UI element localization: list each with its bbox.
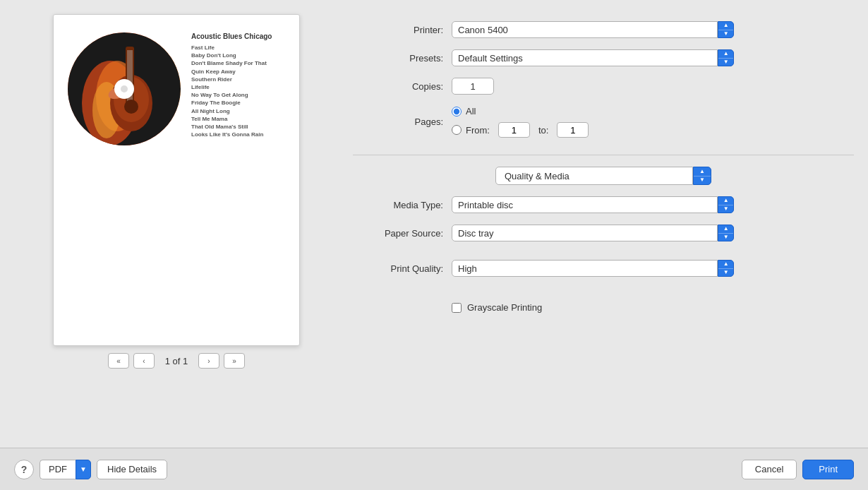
paper-source-select[interactable]: Disc tray	[452, 225, 718, 241]
cd-artwork	[68, 32, 181, 145]
pages-from-input[interactable]	[498, 122, 530, 138]
pdf-button-group: PDF ▼	[40, 460, 91, 479]
paper-source-label: Paper Source:	[353, 228, 452, 239]
print-quality-stepper[interactable]: ▲ ▼	[718, 260, 734, 277]
pages-from-label: From:	[466, 125, 490, 136]
panel-stepper-down[interactable]: ▼	[694, 177, 711, 185]
album-title: Acoustic Blues Chicago	[191, 32, 272, 40]
printer-stepper[interactable]: ▲ ▼	[718, 21, 734, 38]
panel-select[interactable]: Quality & Media	[495, 167, 693, 185]
print-preview: Acoustic Blues Chicago Fast Life Baby Do…	[53, 14, 300, 346]
settings-panel: Printer: Canon 5400 ▲ ▼ Presets:	[353, 14, 854, 434]
presets-row: Presets: Default Settings ▲ ▼	[353, 49, 854, 66]
print-quality-row: Print Quality: High ▲ ▼	[353, 260, 854, 277]
next-page-button[interactable]: ›	[198, 353, 219, 369]
page-controls: « ‹ 1 of 1 › »	[108, 353, 245, 369]
pages-from-radio[interactable]	[452, 125, 462, 135]
paper-source-stepper-down[interactable]: ▼	[718, 234, 733, 241]
printer-select[interactable]: Canon 5400	[452, 21, 718, 38]
presets-stepper[interactable]: ▲ ▼	[718, 49, 734, 66]
media-type-label: Media Type:	[353, 200, 452, 210]
page-indicator: 1 of 1	[159, 356, 194, 366]
media-type-stepper[interactable]: ▲ ▼	[718, 196, 734, 213]
paper-source-control: Disc tray ▲ ▼	[452, 225, 734, 241]
printer-control: Canon 5400 ▲ ▼	[452, 21, 734, 38]
svg-point-14	[121, 85, 128, 92]
album-info: Acoustic Blues Chicago Fast Life Baby Do…	[191, 32, 272, 138]
grayscale-label: Grayscale Printing	[467, 302, 542, 313]
printer-label: Printer:	[353, 25, 452, 35]
print-quality-stepper-down[interactable]: ▼	[718, 269, 733, 277]
media-type-select[interactable]: Printable disc	[452, 196, 718, 213]
presets-stepper-up[interactable]: ▲	[718, 50, 733, 59]
printer-stepper-up[interactable]: ▲	[718, 22, 733, 30]
print-quality-label: Print Quality:	[353, 263, 452, 274]
help-button[interactable]: ?	[14, 460, 34, 479]
presets-control: Default Settings ▲ ▼	[452, 49, 734, 66]
print-quality-stepper-up[interactable]: ▲	[718, 261, 733, 269]
copies-input[interactable]: 1	[452, 78, 494, 95]
svg-point-11	[124, 100, 138, 114]
presets-label: Presets:	[353, 53, 452, 64]
panel-stepper-up[interactable]: ▲	[694, 167, 711, 177]
grayscale-row: Grayscale Printing	[353, 302, 854, 313]
pages-from-line: From: to:	[452, 122, 734, 138]
media-type-row: Media Type: Printable disc ▲ ▼	[353, 196, 854, 213]
printer-stepper-down[interactable]: ▼	[718, 30, 733, 38]
print-quality-control: High ▲ ▼	[452, 260, 734, 277]
pages-control: All From: to:	[452, 106, 734, 138]
last-page-button[interactable]: »	[224, 353, 245, 369]
copies-control: 1	[452, 78, 734, 95]
media-type-stepper-down[interactable]: ▼	[718, 205, 733, 213]
panel-stepper[interactable]: ▲ ▼	[693, 167, 711, 185]
copies-label: Copies:	[353, 81, 452, 92]
media-type-stepper-up[interactable]: ▲	[718, 197, 733, 205]
divider	[353, 155, 854, 155]
paper-source-row: Paper Source: Disc tray ▲ ▼	[353, 225, 854, 241]
first-page-button[interactable]: «	[108, 353, 129, 369]
pages-all-line: All	[452, 106, 734, 116]
print-button[interactable]: Print	[802, 460, 854, 479]
pdf-dropdown-arrow[interactable]: ▼	[76, 460, 91, 479]
presets-select[interactable]: Default Settings	[452, 49, 718, 66]
grayscale-checkbox[interactable]	[452, 303, 462, 313]
paper-source-stepper-up[interactable]: ▲	[718, 225, 733, 234]
presets-stepper-down[interactable]: ▼	[718, 59, 733, 66]
bottom-bar: ? PDF ▼ Hide Details Cancel Print	[0, 448, 868, 490]
copies-row: Copies: 1	[353, 78, 854, 95]
pages-all-label: All	[466, 106, 476, 116]
printer-row: Printer: Canon 5400 ▲ ▼	[353, 21, 854, 38]
media-type-control: Printable disc ▲ ▼	[452, 196, 734, 213]
preview-panel: Acoustic Blues Chicago Fast Life Baby Do…	[14, 14, 339, 434]
pages-all-radio[interactable]	[452, 107, 462, 116]
pages-row: Pages: All From: to:	[353, 106, 854, 138]
prev-page-button[interactable]: ‹	[133, 353, 155, 369]
pages-label: Pages:	[353, 116, 452, 127]
print-quality-select[interactable]: High	[452, 260, 718, 277]
track-list: Fast Life Baby Don't Long Don't Blame Sh…	[191, 44, 272, 138]
pages-to-label: to:	[538, 125, 548, 136]
pdf-button[interactable]: PDF	[40, 460, 76, 479]
paper-source-stepper[interactable]: ▲ ▼	[718, 225, 734, 241]
pages-to-input[interactable]	[557, 122, 589, 138]
hide-details-button[interactable]: Hide Details	[97, 460, 167, 479]
panel-selector: Quality & Media ▲ ▼	[353, 167, 854, 185]
cancel-button[interactable]: Cancel	[742, 460, 797, 479]
